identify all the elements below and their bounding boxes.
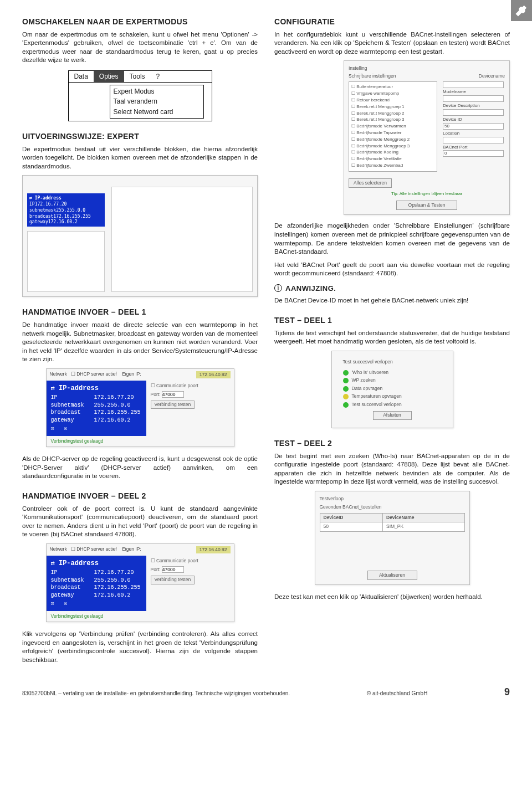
para-test1: Tijdens de test verschijnt het onderstaa… [274,329,510,346]
ss-blue-title: IP-address [35,196,62,201]
screenshot-network-1: Netwerk ☐ DHCP server actief Eigen IP: 1… [46,368,234,448]
heading-uitvoering: UITVOERINGSWIJZE: EXPERT [22,131,258,142]
menu-drop-netcard: Select Netword card [114,107,200,117]
ss-comm-label-2: Communicatie poort [156,558,198,563]
ss-net-group: Netwerk [50,371,67,377]
ss-device-table: DeviceID DeviceName 50 SIM_PK [320,513,465,532]
para-hand1: De handmatige invoer maakt de directe se… [22,321,258,364]
para-config2a: De afzonderlijke mogelijkheden onder 'Sc… [274,222,510,256]
para-uitvoering: De expertmodus bestaat uit vier verschil… [22,145,258,171]
wrench-icon [511,0,532,21]
ss-eigen-label: Eigen IP: [122,371,141,377]
ss-table-cap2: Gevonden BACnet_toestellen [320,504,465,510]
ss-net-right-2: ☐ Communicatie poort Port: Verbinding te… [146,556,234,611]
menu-drop-expert: Expert Modus [114,86,200,96]
ss-dhcp-label-2: DHCP server actief [76,546,117,552]
screenshot-network-2: Netwerk ☐ DHCP server actief Eigen IP: 1… [46,543,234,623]
ss-right-panel [111,187,253,292]
th-deviceid: DeviceID [320,513,383,522]
ss-config-title: Instelling [349,65,505,71]
ss-port-label: Port: [151,392,161,397]
screenshot-test-table: Testverloop Gevonden BACnet_toestellen D… [315,491,470,585]
menu-item-opties: Opties [94,71,124,82]
page-number: 9 [504,685,510,699]
para-hand2: Controleer ook of de poort correct is. U… [22,505,258,539]
ss-status-2: Verbindingstest geslaagd [47,611,234,622]
ss-btn-test-1: Verbinding testen [151,401,195,409]
menu-item-data: Data [69,71,94,82]
ss-port-input-2 [162,566,184,573]
ss-test-head: Test succesvol verlopen [343,359,442,365]
ss-btn-test-2: Verbinding testen [151,576,195,584]
ss-blue-block-1: ⇄ IP-address IP172.16.77.20subnetmask255… [47,381,146,436]
para-hand2-after: Klik vervolgens op 'Verbindung prüfen' (… [22,630,258,664]
menu-bar: Data Opties Tools ? [69,71,212,83]
ss-eigen-ip-2: 172.16.40.92 [196,546,231,553]
td-deviceid: 50 [320,522,383,531]
ss-net-right-1: ☐ Communicatie poort Port: Verbinding te… [146,381,234,436]
ss-btn-close: Afsluiten [373,411,412,419]
ss-config-sub: Schrijfbare instellingen [349,73,396,79]
left-column: OMSCHAKELEN NAAR DE EXPERTMODUS Om naar … [22,17,258,669]
screenshot-test-status: Test succesvol verlopen 'Who is' uitvoer… [331,351,453,428]
ss-table-cap1: Testverloop [320,496,465,502]
menu-diagram: Data Opties Tools ? Expert Modus Taal ve… [68,70,212,121]
heading-test1: TEST – DEEL 1 [274,315,510,326]
footer-mid: © ait-deutschland GmbH [367,690,428,697]
para-test2: De test begint met een zoeken (Who-Is) n… [274,452,510,486]
ss-blue-ip-block: ⇄ IP-address IP172.16.77.20subnetmask255… [27,193,105,227]
ss-port-label-2: Port: [151,567,161,572]
table-row: 50 SIM_PK [320,522,464,531]
ss-btn-select-all: Alles selecteren [349,178,392,188]
hint-row: i AANWIJZING. [274,284,510,294]
info-icon: i [274,284,282,292]
ss-blue-block-2: ⇄ IP-address IP172.16.77.20subnetmask255… [47,556,146,611]
th-devicename: DeviceName [383,513,465,522]
heading-test2: TEST – DEEL 2 [274,438,510,449]
page-footer: 83052700bNL – vertaling van de installat… [22,685,510,699]
ss-net-group-2: Netwerk [50,546,67,552]
heading-hand1: HANDMATIGE INVOER – DEEL 1 [22,307,258,317]
ss-eigen-ip: 172.16.40.92 [196,371,231,378]
para-omschakelen: Om naar de expertmodus om te schakelen, … [22,30,258,65]
heading-config: CONFIGURATIE [274,17,510,27]
ss-blue-title-1: IP-address [59,384,99,392]
screenshot-expert-overview: ⇄ IP-address IP172.16.77.20subnetmask255… [22,175,258,297]
ss-btn-save-test: Opslaan & Testen [396,201,457,210]
menu-dropdown: Expert Modus Taal verandern Select Netwo… [110,85,204,119]
ss-port-input [162,391,184,398]
menu-drop-taal: Taal verandern [114,96,200,106]
para-hint: De BACnet Device-ID moet in het gehele B… [274,296,510,305]
para-config2b: Het veld 'BACnet Port' geeft de poort aa… [274,261,510,278]
ss-status-1: Verbindingstest geslaagd [47,436,234,447]
ss-blue-title-2: IP-address [59,560,99,567]
ss-btn-refresh: Aktualiseren [367,571,417,580]
screenshot-config: Instelling Schrijfbare instellingen Devi… [344,60,510,215]
ss-config-list [27,231,105,292]
ss-config-tip: Tip: Alle instellingen blijven leesbaar [349,191,505,197]
ss-dhcp-label: DHCP server actief [76,371,117,377]
ss-config-listbox: BuitentemperatuurVrijgave warmtepompReto… [349,81,437,171]
td-devicename: SIM_PK [383,522,465,531]
menu-item-help: ? [151,71,166,82]
heading-hand2: HANDMATIGE INVOER – DEEL 2 [22,491,258,501]
para-test2-after: Deze test kan met een klik op 'Aktualisi… [274,593,510,602]
ss-field-label-devicename: Devicename [479,73,505,79]
hint-label: AANWIJZING. [285,284,336,294]
ss-config-fields: ModelnameDevice DescriptionDevice ID50Lo… [443,81,504,171]
ss-eigen-label-2: Eigen IP: [122,546,141,552]
menu-item-tools: Tools [124,71,151,82]
para-hand1-after: Als de DHCP-server op de regeling geacti… [22,455,258,481]
right-column: CONFIGURATIE In het configuratieblok kun… [274,17,510,669]
heading-omschakelen: OMSCHAKELEN NAAR DE EXPERTMODUS [22,17,258,27]
para-config: In het configuratieblok kunt u verschill… [274,30,510,57]
footer-left: 83052700bNL – vertaling van de installat… [22,690,290,697]
ss-comm-label: Communicatie poort [156,383,198,388]
